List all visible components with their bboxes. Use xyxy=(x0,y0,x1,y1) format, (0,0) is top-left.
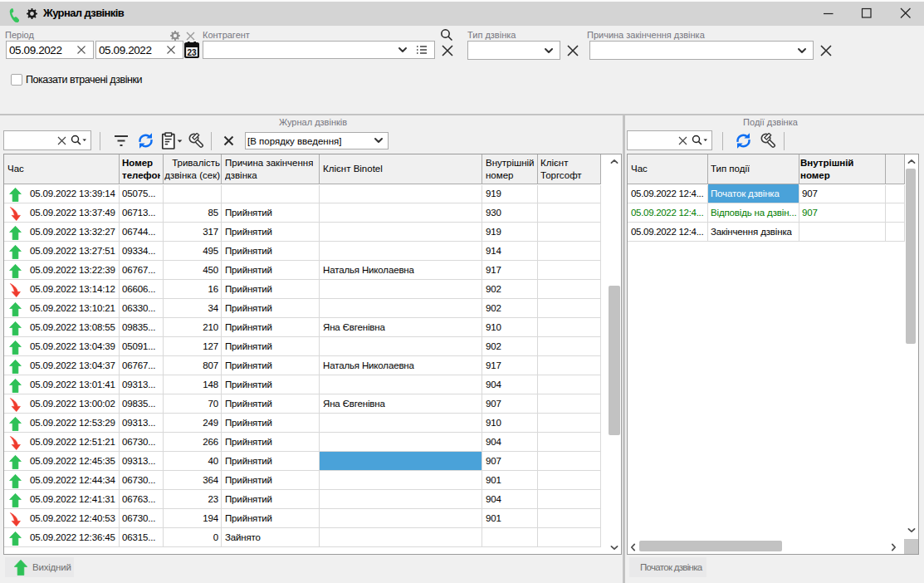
svg-text:23: 23 xyxy=(187,48,197,57)
